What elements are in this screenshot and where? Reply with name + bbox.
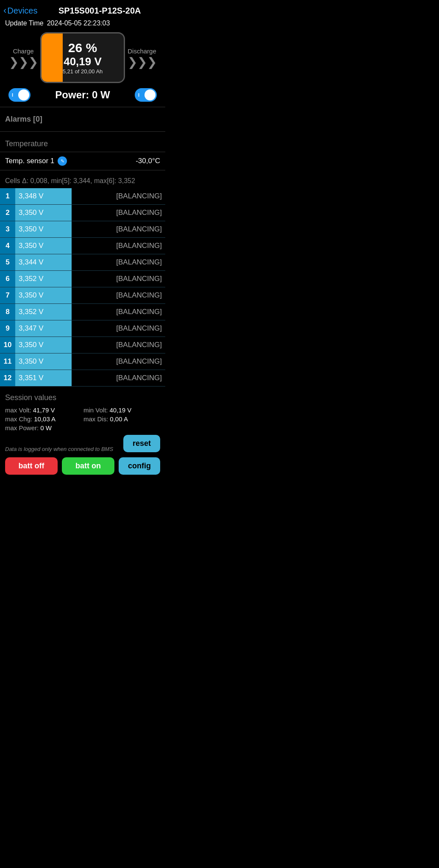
battery-section: Charge ❯❯❯ 26 % 40,19 V 5,21 of 20,00 Ah… xyxy=(0,31,165,85)
divider-2 xyxy=(0,131,165,132)
update-time-row: Update Time 2024-05-05 22:23:03 xyxy=(0,19,165,31)
cell-status: [BALANCING] xyxy=(72,271,165,287)
charge-toggle-knob xyxy=(18,89,29,100)
discharge-arrow-icon: ❯❯❯ xyxy=(128,56,157,68)
cell-number: 6 xyxy=(0,271,15,287)
power-row: I Power: 0 W I xyxy=(0,85,165,105)
session-max-dis: max Dis: 0,00 A xyxy=(83,415,160,423)
discharge-label: Discharge xyxy=(128,47,156,55)
table-row: 9 3,347 V [BALANCING] xyxy=(0,320,165,337)
session-max-chg-label: max Chg: xyxy=(5,415,32,423)
cell-status: [BALANCING] xyxy=(72,254,165,271)
temp-value: -30,0°C xyxy=(136,157,160,165)
session-grid: max Volt: 41,79 V min Volt: 40,19 V max … xyxy=(5,406,160,423)
cell-status: [BALANCING] xyxy=(72,188,165,205)
cell-voltage: 3,352 V xyxy=(15,271,72,287)
cells-table: 1 3,348 V [BALANCING] 2 3,350 V [BALANCI… xyxy=(0,188,165,387)
table-row: 3 3,350 V [BALANCING] xyxy=(0,221,165,238)
cell-voltage: 3,350 V xyxy=(15,221,72,238)
cell-voltage: 3,347 V xyxy=(15,320,72,337)
session-max-chg-val: 10,03 A xyxy=(34,415,56,423)
cell-number: 12 xyxy=(0,370,15,387)
cell-voltage: 3,344 V xyxy=(15,254,72,271)
back-chevron-icon: ‹ xyxy=(3,5,6,16)
cell-status: [BALANCING] xyxy=(72,337,165,353)
bottom-buttons-row: batt off batt on config xyxy=(0,456,165,483)
battery-percent: 26 % xyxy=(63,41,103,55)
table-row: 7 3,350 V [BALANCING] xyxy=(0,287,165,304)
discharge-arrows: ❯❯❯ xyxy=(128,56,157,68)
cell-voltage: 3,350 V xyxy=(15,337,72,353)
cell-number: 7 xyxy=(0,287,15,304)
reset-button[interactable]: reset xyxy=(123,435,160,452)
device-title: SP15S001-P12S-20A xyxy=(41,6,158,16)
table-row: 5 3,344 V [BALANCING] xyxy=(0,254,165,271)
cell-status: [BALANCING] xyxy=(72,304,165,320)
back-button[interactable]: ‹ Devices xyxy=(3,5,37,16)
temp-sensor-name: Temp. sensor 1 xyxy=(5,157,54,165)
temp-sensor-label: Temp. sensor 1 ✎ xyxy=(5,156,67,166)
cell-status: [BALANCING] xyxy=(72,221,165,238)
header: ‹ Devices SP15S001-P12S-20A xyxy=(0,0,165,19)
session-max-power-val: 0 W xyxy=(40,424,52,431)
discharge-side: Discharge ❯❯❯ xyxy=(125,47,159,68)
session-max-power: max Power: 0 W xyxy=(5,424,160,431)
session-max-dis-val: 0,00 A xyxy=(110,415,128,423)
charge-arrows: ❯❯❯ xyxy=(9,56,38,68)
cell-status: [BALANCING] xyxy=(72,320,165,337)
session-max-volt-label: max Volt: xyxy=(5,406,31,414)
config-button[interactable]: config xyxy=(119,457,160,475)
session-max-chg: max Chg: 10,03 A xyxy=(5,415,82,423)
table-row: 8 3,352 V [BALANCING] xyxy=(0,304,165,320)
cell-number: 1 xyxy=(0,188,15,205)
cell-number: 4 xyxy=(0,238,15,254)
batt-off-button[interactable]: batt off xyxy=(5,457,58,475)
temp-edit-icon[interactable]: ✎ xyxy=(58,156,67,166)
discharge-toggle-knob xyxy=(144,89,156,100)
batt-on-button[interactable]: batt on xyxy=(62,457,114,475)
update-time-label: Update Time xyxy=(5,19,44,27)
cell-status: [BALANCING] xyxy=(72,238,165,254)
cell-voltage: 3,348 V xyxy=(15,188,72,205)
session-max-power-label: max Power: xyxy=(5,424,39,431)
charge-label: Charge xyxy=(13,47,33,55)
cell-voltage: 3,350 V xyxy=(15,205,72,221)
battery-visual: 26 % 40,19 V 5,21 of 20,00 Ah xyxy=(40,32,125,83)
charge-toggle[interactable]: I xyxy=(8,88,31,102)
session-min-volt-label: min Volt: xyxy=(83,406,108,414)
cell-status: [BALANCING] xyxy=(72,205,165,221)
cell-voltage: 3,352 V xyxy=(15,304,72,320)
cells-header: Cells Δ: 0,008, min[5]: 3,344, max[6]: 3… xyxy=(0,170,165,188)
cell-status: [BALANCING] xyxy=(72,370,165,387)
session-max-volt-val: 41,79 V xyxy=(33,406,55,414)
session-min-volt-val: 40,19 V xyxy=(110,406,132,414)
table-row: 4 3,350 V [BALANCING] xyxy=(0,238,165,254)
cell-number: 2 xyxy=(0,205,15,221)
discharge-toggle[interactable]: I xyxy=(135,88,157,102)
cell-voltage: 3,350 V xyxy=(15,238,72,254)
cell-number: 10 xyxy=(0,337,15,353)
table-row: 2 3,350 V [BALANCING] xyxy=(0,205,165,221)
table-row: 11 3,350 V [BALANCING] xyxy=(0,353,165,370)
table-row: 10 3,350 V [BALANCING] xyxy=(0,337,165,353)
update-time-value: 2024-05-05 22:23:03 xyxy=(47,19,110,27)
cell-number: 8 xyxy=(0,304,15,320)
divider-1 xyxy=(0,107,165,107)
battery-info: 26 % 40,19 V 5,21 of 20,00 Ah xyxy=(63,41,103,75)
cell-voltage: 3,350 V xyxy=(15,287,72,304)
power-text: Power: 0 W xyxy=(55,89,110,101)
logged-note: Data is logged only when connected to BM… xyxy=(5,446,123,452)
battery-fill xyxy=(42,33,63,82)
charge-side: Charge ❯❯❯ xyxy=(6,47,40,68)
back-label: Devices xyxy=(7,6,37,16)
session-min-volt: min Volt: 40,19 V xyxy=(83,406,160,414)
session-section: Session values max Volt: 41,79 V min Vol… xyxy=(0,387,165,435)
cell-number: 9 xyxy=(0,320,15,337)
battery-voltage: 40,19 V xyxy=(63,55,103,68)
session-max-dis-label: max Dis: xyxy=(83,415,108,423)
cell-voltage: 3,351 V xyxy=(15,370,72,387)
session-title: Session values xyxy=(5,393,160,402)
table-row: 6 3,352 V [BALANCING] xyxy=(0,271,165,287)
cell-voltage: 3,350 V xyxy=(15,353,72,370)
cell-status: [BALANCING] xyxy=(72,353,165,370)
